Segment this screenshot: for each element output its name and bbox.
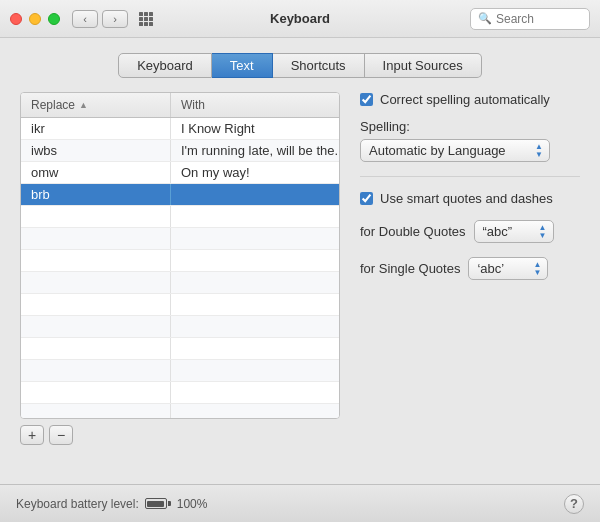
tab-shortcuts[interactable]: Shortcuts — [273, 53, 365, 78]
replace-column-header: Replace ▲ — [21, 93, 171, 117]
traffic-lights — [10, 13, 60, 25]
tab-bar: Keyboard Text Shortcuts Input Sources — [20, 53, 580, 78]
tab-input-sources[interactable]: Input Sources — [365, 53, 482, 78]
search-icon: 🔍 — [478, 12, 492, 25]
smart-quotes-checkbox[interactable] — [360, 192, 373, 205]
double-quotes-dropdown[interactable]: “abc” — [474, 220, 554, 243]
double-quotes-dropdown-wrapper: “abc” ▲ ▼ — [474, 220, 554, 243]
table-panel: Replace ▲ With ikr I Know Right iwbs — [20, 92, 340, 445]
nav-buttons: ‹ › — [72, 10, 128, 28]
battery-info: Keyboard battery level: 100% — [16, 497, 207, 511]
spelling-dropdown-container: Automatic by Language ▲ ▼ — [360, 139, 580, 162]
replace-cell: brb — [21, 184, 171, 205]
battery-icon — [145, 498, 171, 509]
battery-percent: 100% — [177, 497, 208, 511]
battery-text-label: Keyboard battery level: — [16, 497, 139, 511]
battery-tip — [168, 501, 171, 506]
single-quotes-dropdown-wrapper: ‘abc’ ▲ ▼ — [468, 257, 548, 280]
spelling-section-label: Spelling: — [360, 119, 580, 134]
settings-panel: Correct spelling automatically Spelling:… — [360, 92, 580, 445]
battery-fill — [147, 501, 164, 507]
table-row[interactable]: ikr I Know Right — [21, 118, 339, 140]
table-row-selected[interactable]: brb — [21, 184, 339, 206]
spelling-section: Spelling: Automatic by Language ▲ ▼ — [360, 117, 580, 162]
with-cell — [171, 184, 339, 205]
maximize-button[interactable] — [48, 13, 60, 25]
tab-keyboard[interactable]: Keyboard — [118, 53, 212, 78]
sort-arrow: ▲ — [79, 100, 88, 110]
forward-button[interactable]: › — [102, 10, 128, 28]
replace-cell: omw — [21, 162, 171, 183]
single-quotes-dropdown[interactable]: ‘abc’ — [468, 257, 548, 280]
with-cell: I Know Right — [171, 118, 339, 139]
content-area: Keyboard Text Shortcuts Input Sources Re… — [0, 38, 600, 455]
table-row-empty — [21, 360, 339, 382]
text-replacement-table[interactable]: Replace ▲ With ikr I Know Right iwbs — [20, 92, 340, 419]
single-quotes-row: for Single Quotes ‘abc’ ▲ ▼ — [360, 257, 580, 280]
single-quotes-label: for Single Quotes — [360, 261, 460, 276]
search-bar[interactable]: 🔍 — [470, 8, 590, 30]
spelling-dropdown[interactable]: Automatic by Language — [360, 139, 550, 162]
double-quotes-row: for Double Quotes “abc” ▲ ▼ — [360, 220, 580, 243]
table-row-empty — [21, 404, 339, 418]
table-row[interactable]: omw On my way! — [21, 162, 339, 184]
with-cell: On my way! — [171, 162, 339, 183]
smart-quotes-label: Use smart quotes and dashes — [380, 191, 553, 206]
replace-cell: iwbs — [21, 140, 171, 161]
smart-quotes-row: Use smart quotes and dashes — [360, 191, 580, 206]
divider — [360, 176, 580, 177]
spelling-dropdown-wrapper: Automatic by Language ▲ ▼ — [360, 139, 550, 162]
correct-spelling-checkbox[interactable] — [360, 93, 373, 106]
table-row-empty — [21, 228, 339, 250]
table-body: ikr I Know Right iwbs I'm running late, … — [21, 118, 339, 418]
help-button[interactable]: ? — [564, 494, 584, 514]
back-button[interactable]: ‹ — [72, 10, 98, 28]
with-column-header: With — [171, 93, 339, 117]
grid-button[interactable] — [134, 10, 158, 28]
correct-spelling-label: Correct spelling automatically — [380, 92, 550, 107]
add-replacement-button[interactable]: + — [20, 425, 44, 445]
table-header: Replace ▲ With — [21, 93, 339, 118]
close-button[interactable] — [10, 13, 22, 25]
table-row-empty — [21, 316, 339, 338]
remove-replacement-button[interactable]: − — [49, 425, 73, 445]
titlebar: ‹ › Keyboard 🔍 — [0, 0, 600, 38]
table-row-empty — [21, 294, 339, 316]
bottom-bar: Keyboard battery level: 100% ? — [0, 484, 600, 522]
table-toolbar: + − — [20, 425, 340, 445]
table-row-empty — [21, 338, 339, 360]
correct-spelling-row: Correct spelling automatically — [360, 92, 580, 107]
table-row-empty — [21, 250, 339, 272]
table-row-empty — [21, 206, 339, 228]
replace-cell: ikr — [21, 118, 171, 139]
grid-icon — [139, 12, 153, 26]
battery-body — [145, 498, 167, 509]
with-cell: I'm running late, will be the... — [171, 140, 339, 161]
table-row[interactable]: iwbs I'm running late, will be the... — [21, 140, 339, 162]
search-input[interactable] — [496, 12, 582, 26]
table-row-empty — [21, 272, 339, 294]
table-row-empty — [21, 382, 339, 404]
window-title: Keyboard — [270, 11, 330, 26]
double-quotes-label: for Double Quotes — [360, 224, 466, 239]
tab-text[interactable]: Text — [212, 53, 273, 78]
minimize-button[interactable] — [29, 13, 41, 25]
main-area: Replace ▲ With ikr I Know Right iwbs — [20, 92, 580, 445]
